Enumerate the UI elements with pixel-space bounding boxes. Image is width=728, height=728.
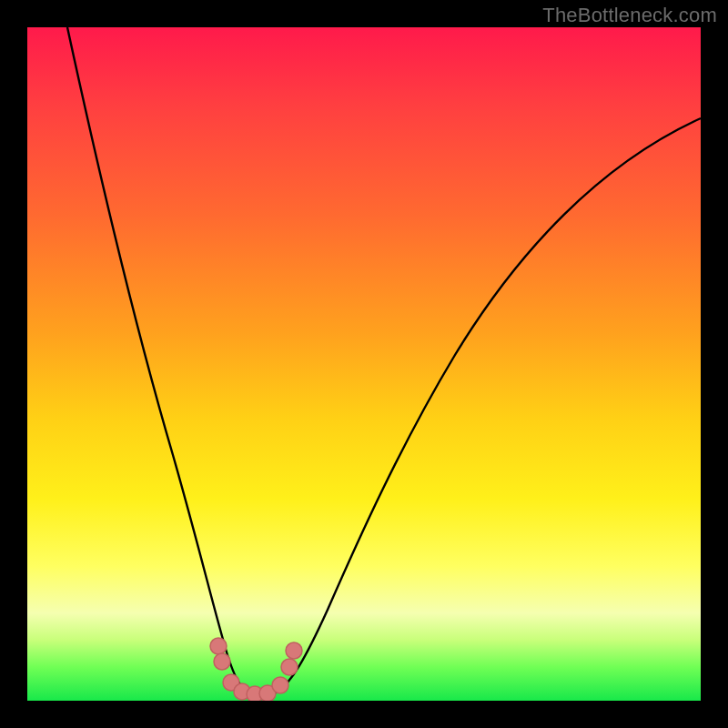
svg-point-0	[210, 638, 227, 654]
watermark-text: TheBottleneck.com	[542, 4, 717, 27]
svg-point-6	[272, 677, 288, 693]
chart-svg	[27, 27, 701, 701]
valley-markers	[210, 638, 302, 701]
svg-point-8	[286, 642, 302, 659]
plot-area	[27, 27, 701, 701]
chart-frame: TheBottleneck.com	[0, 0, 728, 728]
svg-point-1	[214, 653, 230, 670]
bottleneck-curve	[67, 27, 701, 696]
svg-point-7	[281, 659, 298, 675]
